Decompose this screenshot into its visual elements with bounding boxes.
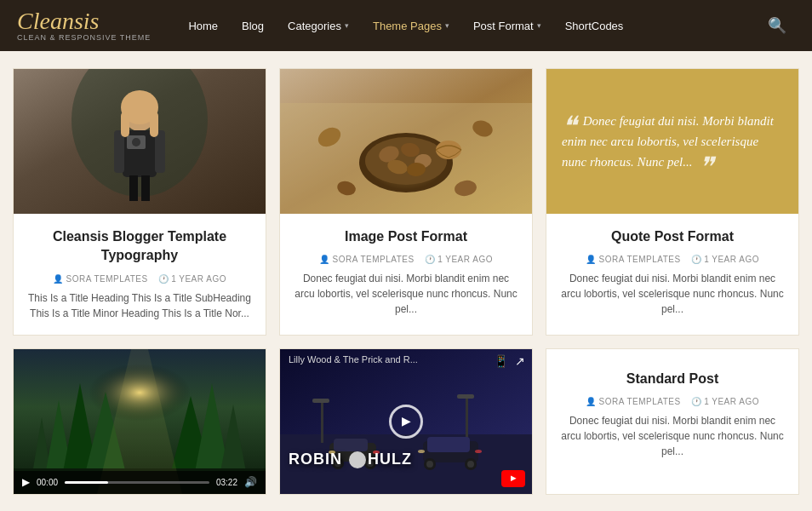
time-ago: 1 YEAR AGO xyxy=(704,397,759,406)
card-blogger-typography: Cleansis Blogger Template Typography 👤 S… xyxy=(13,68,266,336)
card-body: Cleansis Blogger Template Typography 👤 S… xyxy=(14,214,266,335)
svg-rect-42 xyxy=(466,396,468,443)
nav-item-post-format-label: Post Format xyxy=(473,20,534,32)
author-meta: 👤 SORA TEMPLATES xyxy=(586,255,681,264)
nav-item-categories-label: Categories xyxy=(288,20,341,32)
nav-item-theme-pages[interactable]: Theme Pages ▾ xyxy=(361,0,461,51)
time-ago: 1 YEAR AGO xyxy=(171,274,226,284)
author-name: SORA TEMPLATES xyxy=(599,397,681,406)
nav-item-blog[interactable]: Blog xyxy=(230,0,276,51)
progress-bar[interactable] xyxy=(65,481,209,484)
site-logo[interactable]: Cleansis Clean & Responsive Theme xyxy=(17,9,151,42)
time-ago: 1 YEAR AGO xyxy=(704,255,759,264)
author-name: SORA TEMPLATES xyxy=(66,274,148,284)
author-name: SORA TEMPLATES xyxy=(599,255,681,264)
svg-rect-10 xyxy=(150,112,158,137)
card-image-woman xyxy=(14,69,266,214)
svg-point-58 xyxy=(418,450,425,453)
svg-rect-5 xyxy=(155,130,165,173)
clock-icon: 🕐 xyxy=(425,255,436,264)
yt-artist-name: ROBIN HULZ xyxy=(289,451,412,468)
nav-item-shortcodes-label: ShortCodes xyxy=(565,20,624,32)
quote-text: ❝ Donec feugiat dui nisi. Morbi blandit … xyxy=(562,111,783,172)
card-image-food xyxy=(280,69,532,214)
time-meta: 🕐 1 YEAR AGO xyxy=(425,255,493,264)
svg-rect-53 xyxy=(427,437,470,452)
yt-overlay-title: Lilly Wood & The Prick and R... xyxy=(289,354,489,365)
main-content: Cleansis Blogger Template Typography 👤 S… xyxy=(0,51,812,511)
post-excerpt: Donec feugiat dui nisi. Morbi blandit en… xyxy=(294,271,518,317)
post-title: Image Post Format xyxy=(294,227,518,246)
svg-rect-45 xyxy=(334,439,368,451)
volume-icon[interactable]: 🔊 xyxy=(244,476,257,489)
nav-item-theme-pages-label: Theme Pages xyxy=(373,20,442,32)
post-meta: 👤 SORA TEMPLATES 🕐 1 YEAR AGO xyxy=(560,255,785,264)
nav-item-shortcodes[interactable]: ShortCodes xyxy=(553,0,636,51)
chevron-down-icon: ▾ xyxy=(445,21,449,30)
svg-rect-4 xyxy=(114,130,124,173)
time-meta: 🕐 1 YEAR AGO xyxy=(691,255,759,264)
svg-point-7 xyxy=(132,138,140,146)
card-video-forest: ▶ 00:00 03:22 🔊 xyxy=(13,348,266,495)
card-quote-highlight: ❝ Donec feugiat dui nisi. Morbi blandit … xyxy=(546,68,799,336)
nav-item-blog-label: Blog xyxy=(242,20,264,32)
quote-highlight-block: ❝ Donec feugiat dui nisi. Morbi blandit … xyxy=(546,69,798,214)
author-name: SORA TEMPLATES xyxy=(333,255,415,264)
post-title: Standard Post xyxy=(560,370,785,388)
svg-rect-43 xyxy=(457,394,474,399)
post-meta: 👤 SORA TEMPLATES 🕐 1 YEAR AGO xyxy=(294,255,518,264)
nav-item-post-format[interactable]: Post Format ▾ xyxy=(461,0,553,51)
total-time: 03:22 xyxy=(216,478,237,487)
card-body: Image Post Format 👤 SORA TEMPLATES 🕐 1 Y… xyxy=(280,214,532,330)
chevron-down-icon: ▾ xyxy=(537,21,541,30)
author-meta: 👤 SORA TEMPLATES xyxy=(319,255,415,264)
author-meta: 👤 SORA TEMPLATES xyxy=(53,274,148,284)
svg-rect-40 xyxy=(321,400,323,443)
phone-icon: 📱 xyxy=(494,354,508,369)
clock-icon: 🕐 xyxy=(691,255,702,264)
yt-background: Lilly Wood & The Prick and R... 📱 ↗ ROBI… xyxy=(280,349,532,494)
user-icon: 👤 xyxy=(53,274,64,284)
nav-item-home[interactable]: Home xyxy=(176,0,230,51)
post-title: Cleansis Blogger Template Typography xyxy=(27,227,252,266)
svg-rect-12 xyxy=(141,175,150,201)
video-thumbnail: ▶ 00:00 03:22 🔊 xyxy=(14,349,266,494)
logo-title: Cleansis xyxy=(17,9,151,33)
card-robin-schulz: Lilly Wood & The Prick and R... 📱 ↗ ROBI… xyxy=(279,348,533,495)
navigation: Cleansis Clean & Responsive Theme Home B… xyxy=(0,0,812,51)
youtube-logo: ▶ xyxy=(501,470,525,487)
share-icon: ↗ xyxy=(515,354,525,369)
search-icon[interactable]: 🔍 xyxy=(759,16,795,35)
svg-rect-11 xyxy=(129,175,138,201)
svg-point-59 xyxy=(475,450,482,453)
svg-point-55 xyxy=(426,461,433,468)
video-controls: ▶ 00:00 03:22 🔊 xyxy=(14,471,266,494)
play-button[interactable]: ▶ xyxy=(22,476,30,489)
card-image-post-format: Image Post Format 👤 SORA TEMPLATES 🕐 1 Y… xyxy=(279,68,533,336)
post-excerpt: This Is a Title Heading This Is a Title … xyxy=(27,290,252,321)
post-title: Quote Post Format xyxy=(560,227,785,246)
post-meta: 👤 SORA TEMPLATES 🕐 1 YEAR AGO xyxy=(560,397,785,406)
chevron-down-icon: ▾ xyxy=(345,21,349,30)
svg-point-26 xyxy=(436,141,461,159)
card-body: Quote Post Format 👤 SORA TEMPLATES 🕐 1 Y… xyxy=(546,214,798,330)
nav-menu: Home Blog Categories ▾ Theme Pages ▾ Pos… xyxy=(176,0,759,51)
progress-fill xyxy=(65,481,108,484)
clock-icon: 🕐 xyxy=(691,397,702,406)
svg-point-57 xyxy=(467,461,474,468)
author-meta: 👤 SORA TEMPLATES xyxy=(586,397,681,406)
user-icon: 👤 xyxy=(586,397,597,406)
nav-item-categories[interactable]: Categories ▾ xyxy=(276,0,361,51)
post-excerpt: Donec feugiat dui nisi. Morbi blandit en… xyxy=(560,271,785,317)
time-meta: 🕐 1 YEAR AGO xyxy=(691,397,759,406)
quote-content: Donec feugiat dui nisi. Morbi blandit en… xyxy=(562,114,774,169)
youtube-thumbnail: Lilly Wood & The Prick and R... 📱 ↗ ROBI… xyxy=(280,349,532,494)
yt-play-button[interactable]: ▶ xyxy=(389,405,423,439)
svg-rect-9 xyxy=(121,112,129,137)
card-body: Standard Post 👤 SORA TEMPLATES 🕐 1 YEAR … xyxy=(546,349,798,473)
clock-icon: 🕐 xyxy=(158,274,169,284)
time-ago: 1 YEAR AGO xyxy=(437,255,493,264)
close-quote-icon: ❞ xyxy=(699,152,713,182)
logo-subtitle: Clean & Responsive Theme xyxy=(17,33,151,42)
post-excerpt: Donec feugiat dui nisi. Morbi blandit en… xyxy=(560,413,785,459)
